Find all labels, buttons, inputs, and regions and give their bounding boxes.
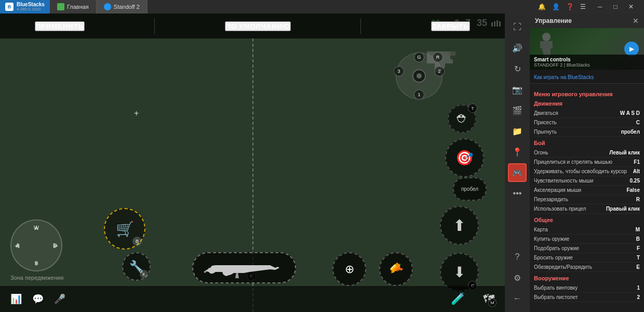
menu-item-label: Присесть <box>534 120 557 125</box>
menu-item: Чувствительность мыши0.25 <box>534 176 640 186</box>
mic-icon[interactable]: 🎤 <box>54 293 65 305</box>
sidebar-folder[interactable]: 📁 <box>508 122 527 140</box>
main-content: ПРИМЕНИТЬ ПО УМОЛЧАНИЮ ЗАКРЫТЬ 60 сек 🔋 … <box>0 14 644 312</box>
maximize-button[interactable]: □ <box>608 0 623 14</box>
menu-item-value: 0.25 <box>630 178 640 184</box>
sidebar-back[interactable]: ← <box>508 289 527 308</box>
question-icon[interactable]: ❓ <box>566 3 574 10</box>
title-bar-right: 🔔 👤 ❓ ☰ ─ □ ✕ <box>538 0 644 14</box>
panel-title-bar: Управление ✕ <box>530 14 644 28</box>
sidebar-expand[interactable]: ⛶ <box>508 18 527 36</box>
menu-item-label: Карта <box>534 227 548 232</box>
sidebar-volume[interactable]: 🔊 <box>508 38 527 57</box>
menu-item-value: 2 <box>637 294 640 300</box>
play-button[interactable]: ▶ <box>624 42 639 56</box>
tab-home[interactable]: Главная <box>50 0 97 14</box>
divider-1 <box>154 18 155 34</box>
menu-item-label: Купить оружие <box>534 236 569 242</box>
bottom-bar: 📊 💬 🎤 🧪 🗺 M <box>0 286 505 312</box>
svg-rect-2 <box>542 41 551 51</box>
menu-item-label: Бросить оружие <box>534 255 573 261</box>
section-title: Вооружение <box>534 275 640 281</box>
menu-item-label: Удерживать, чтобы освободить курсор <box>534 168 627 174</box>
title-bar-left: B BlueStacks 4.280.0.1022 Главная Stando… <box>0 0 147 14</box>
sidebar-rotate[interactable]: ↻ <box>508 59 527 78</box>
map-slot[interactable]: 🗺 M <box>483 292 494 306</box>
menu-item-value: False <box>626 187 640 193</box>
dpad-d: D <box>53 242 57 249</box>
menu-item-value: F1 <box>634 159 640 165</box>
movement-dpad[interactable]: ▲ ▼ ◀ ▶ W S A D Зона передвижения <box>10 219 63 281</box>
game-controls-overlay: + ▲ ▼ ◀ ▶ W S A D Зона передвижения 🛒 <box>0 38 505 312</box>
wrench-key: E <box>140 270 148 278</box>
sidebar-more[interactable]: ••• <box>508 184 527 203</box>
sidebar-location[interactable]: 📍 <box>508 142 527 161</box>
menu-item-value: W A S D <box>620 110 640 116</box>
right-panel: Управление ✕ ▶ Smart controls STANDOFF 2… <box>530 14 644 312</box>
sidebar-settings[interactable]: ⚙ <box>508 268 527 287</box>
tab-game-label: Standoff 2 <box>114 4 140 10</box>
menu-item-label: Акселерация мыши <box>534 187 581 193</box>
menu-item-value: R <box>636 197 640 202</box>
menu-item: ДвигатьсяW A S D <box>534 109 640 118</box>
menu-item: Бросить оружиеT <box>534 253 640 263</box>
bluestacks-version: 4.280.0.1022 <box>17 7 45 11</box>
sidebar-help[interactable]: ? <box>508 248 527 266</box>
video-title: Smart controls <box>534 57 640 62</box>
sidebar-controls[interactable]: 🎮 <box>508 163 527 182</box>
close-button[interactable]: ✕ <box>623 0 639 14</box>
crosshair-button[interactable]: ⊕ <box>332 252 366 286</box>
menu-item-value: пробел <box>621 129 640 135</box>
sidebar-screenshot[interactable]: 📷 <box>508 80 527 99</box>
potion-slot[interactable]: 🧪 <box>451 292 465 306</box>
menu-item-value: Правый клик <box>606 206 640 212</box>
panel-close-button[interactable]: ✕ <box>633 17 639 25</box>
shop-key: B <box>132 237 142 246</box>
video-link-bar: Как играть на BlueStacks <box>530 70 644 84</box>
menu-item: ОгоньЛевый клик <box>534 148 640 158</box>
bluestacks-logo[interactable]: B BlueStacks 4.280.0.1022 <box>0 0 50 14</box>
chat-icon[interactable]: 💬 <box>32 293 44 305</box>
minimize-button[interactable]: ─ <box>592 0 608 14</box>
menu-item: Прицелиться и стрелять мышьюF1 <box>534 158 640 167</box>
video-subtitle: STANDOFF 2 | BlueStacks <box>534 62 640 68</box>
action-bar: ПРИМЕНИТЬ ПО УМОЛЧАНИЮ ЗАКРЫТЬ <box>0 14 505 38</box>
video-preview[interactable]: ▶ Smart controls STANDOFF 2 | BlueStacks <box>530 28 644 70</box>
menu-item-value: 1 <box>637 285 640 291</box>
bell-icon[interactable]: 🔔 <box>538 3 546 10</box>
weapon-main[interactable] <box>192 252 296 283</box>
menu-item-value: E <box>636 264 640 270</box>
menu-item: Выбрать винтовку1 <box>534 283 640 293</box>
menu-item-label: Выбрать пистолет <box>534 294 578 300</box>
divider-2 <box>360 18 361 34</box>
tab-game[interactable]: Standoff 2 <box>97 0 147 14</box>
bluestacks-icon: B <box>5 3 14 11</box>
title-bar: B BlueStacks 4.280.0.1022 Главная Stando… <box>0 0 644 14</box>
ammo-button[interactable]: 🔫 <box>379 252 413 286</box>
dpad-w: W <box>34 225 39 231</box>
menu-icon[interactable]: ☰ <box>580 3 586 10</box>
section-title: Бой <box>534 140 640 146</box>
menu-item-value: Левый клик <box>609 150 640 155</box>
menu-item: Прыгнутьпробел <box>534 127 640 137</box>
profile-icon[interactable]: 👤 <box>552 3 560 10</box>
wrench-button[interactable]: 🔧 E <box>122 252 151 281</box>
controls-menu: Меню игрового управления ДвиженияДвигать… <box>530 84 644 312</box>
game-area[interactable]: ПРИМЕНИТЬ ПО УМОЛЧАНИЮ ЗАКРЫТЬ 60 сек 🔋 … <box>0 14 505 312</box>
dpad-circle: ▲ ▼ ◀ ▶ W S A D <box>10 219 62 271</box>
sidebar-record[interactable]: 🎬 <box>508 101 527 120</box>
menu-title: Меню игрового управления <box>534 91 640 97</box>
menu-item-label: Выбрать винтовку <box>534 285 578 291</box>
menu-item-label: Подобрать оружие <box>534 245 579 251</box>
close-game-button[interactable]: ЗАКРЫТЬ <box>431 21 470 31</box>
section-title: Общее <box>534 217 640 223</box>
svg-rect-3 <box>540 41 543 48</box>
menu-item: Удерживать, чтобы освободить курсорAlt <box>534 167 640 176</box>
menu-item-value: B <box>636 236 640 242</box>
shop-button[interactable]: 🛒 B <box>104 208 145 250</box>
stats-icon[interactable]: 📊 <box>10 293 22 305</box>
menu-item: Использовать прицелПравый клик <box>534 204 640 214</box>
how-to-play-link[interactable]: Как играть на BlueStacks <box>534 74 594 80</box>
default-button[interactable]: ПО УМОЛЧАНИЮ <box>225 21 291 31</box>
apply-button[interactable]: ПРИМЕНИТЬ <box>35 21 85 31</box>
